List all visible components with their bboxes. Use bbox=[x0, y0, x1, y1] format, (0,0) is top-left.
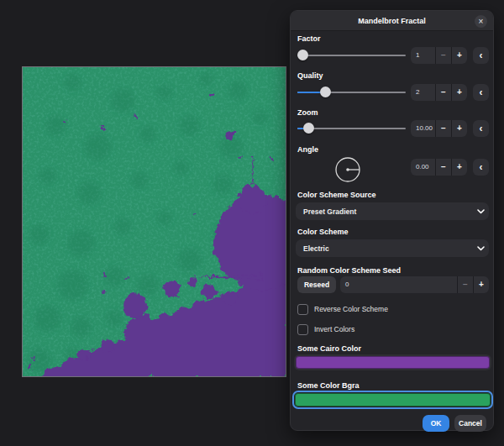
color-scheme-label: Color Scheme bbox=[297, 227, 349, 237]
seed-decrement-button[interactable]: − bbox=[457, 276, 473, 293]
angle-expand-button[interactable]: ‹ bbox=[473, 159, 489, 176]
slider-thumb[interactable] bbox=[297, 50, 308, 60]
checkbox-box[interactable] bbox=[297, 324, 308, 335]
dialog-header[interactable]: Mandelbrot Fractal × bbox=[291, 11, 493, 31]
factor-label: Factor bbox=[297, 34, 321, 44]
color-scheme-value: Electric bbox=[296, 244, 472, 253]
cairo-color-button[interactable] bbox=[294, 354, 491, 370]
cancel-button[interactable]: Cancel bbox=[454, 415, 486, 432]
ok-button[interactable]: OK bbox=[423, 415, 449, 432]
factor-decrement-button[interactable]: − bbox=[435, 47, 451, 64]
bgra-color-label: Some Color Bgra bbox=[297, 380, 360, 391]
reseed-button[interactable]: Reseed bbox=[297, 276, 336, 293]
gimp-canvas-area: Mandelbrot Fractal × Factor 1 − + ‹ Qual… bbox=[0, 0, 504, 446]
zoom-increment-button[interactable]: + bbox=[451, 120, 467, 137]
factor-expand-button[interactable]: ‹ bbox=[473, 47, 489, 64]
angle-spinbox: 0.00 − + bbox=[411, 159, 467, 176]
zoom-label: Zoom bbox=[297, 108, 318, 118]
zoom-spinbox: 10.00 − + bbox=[411, 120, 467, 137]
quality-expand-button[interactable]: ‹ bbox=[473, 84, 489, 101]
checkbox-box[interactable] bbox=[297, 304, 308, 315]
factor-spinbox: 1 − + bbox=[411, 47, 467, 64]
dialog-title: Mandelbrot Fractal bbox=[291, 11, 493, 31]
seed-increment-button[interactable]: + bbox=[473, 276, 489, 293]
chevron-down-icon bbox=[472, 246, 489, 251]
quality-label: Quality bbox=[297, 71, 323, 81]
factor-value[interactable]: 1 bbox=[411, 47, 435, 64]
random-seed-label: Random Color Scheme Seed bbox=[297, 265, 401, 275]
angle-label: Angle bbox=[297, 144, 318, 155]
cairo-color-label: Some Cairo Color bbox=[297, 344, 361, 354]
factor-increment-button[interactable]: + bbox=[451, 47, 467, 64]
zoom-slider[interactable] bbox=[297, 123, 406, 134]
mandelbrot-fractal-dialog: Mandelbrot Fractal × Factor 1 − + ‹ Qual… bbox=[290, 10, 494, 431]
zoom-decrement-button[interactable]: − bbox=[435, 120, 451, 137]
slider-track[interactable] bbox=[297, 55, 406, 56]
bgra-color-button[interactable] bbox=[292, 391, 493, 409]
color-scheme-source-dropdown[interactable]: Preset Gradient bbox=[296, 202, 489, 220]
color-scheme-source-value: Preset Gradient bbox=[296, 207, 472, 216]
bgra-color-swatch bbox=[295, 393, 491, 407]
factor-slider[interactable] bbox=[297, 50, 406, 60]
zoom-expand-button[interactable]: ‹ bbox=[473, 120, 489, 137]
fractal-image bbox=[23, 67, 286, 376]
seed-value[interactable]: 0 bbox=[340, 276, 457, 293]
invert-colors-label: Invert Colors bbox=[314, 324, 354, 335]
slider-thumb[interactable] bbox=[303, 123, 314, 134]
quality-increment-button[interactable]: + bbox=[451, 84, 467, 101]
close-icon[interactable]: × bbox=[475, 15, 487, 28]
cairo-color-swatch bbox=[296, 356, 490, 369]
quality-slider[interactable] bbox=[297, 87, 406, 97]
reverse-color-scheme-label: Reverse Color Scheme bbox=[314, 304, 388, 315]
reverse-color-scheme-checkbox[interactable]: Reverse Color Scheme bbox=[297, 304, 388, 315]
fractal-preview[interactable] bbox=[22, 66, 286, 377]
angle-dial[interactable] bbox=[333, 155, 362, 184]
color-scheme-dropdown[interactable]: Electric bbox=[296, 239, 489, 257]
chevron-down-icon bbox=[472, 209, 489, 214]
seed-spinbox: 0 − + bbox=[340, 276, 489, 293]
quality-spinbox: 2 − + bbox=[411, 84, 467, 101]
angle-increment-button[interactable]: + bbox=[451, 159, 467, 176]
color-scheme-source-label: Color Scheme Source bbox=[297, 190, 376, 200]
quality-decrement-button[interactable]: − bbox=[435, 84, 451, 101]
angle-decrement-button[interactable]: − bbox=[435, 159, 451, 176]
slider-thumb[interactable] bbox=[320, 87, 331, 97]
angle-value[interactable]: 0.00 bbox=[411, 159, 435, 176]
zoom-value[interactable]: 10.00 bbox=[411, 120, 435, 137]
quality-value[interactable]: 2 bbox=[411, 84, 435, 101]
invert-colors-checkbox[interactable]: Invert Colors bbox=[297, 324, 354, 335]
